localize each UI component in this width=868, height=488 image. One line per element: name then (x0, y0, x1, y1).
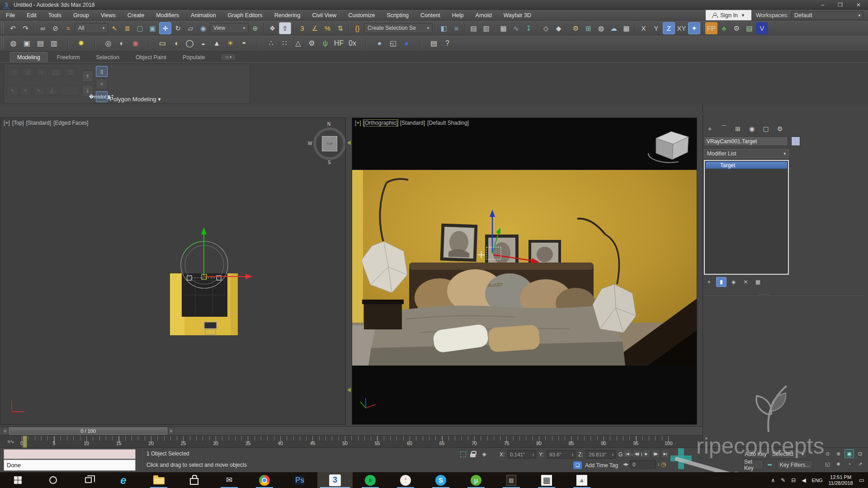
bind-to-space-warp-button[interactable]: ≈ ▼ (62, 22, 74, 34)
file-explorer-icon[interactable] (141, 472, 176, 488)
pan-view-button[interactable]: ❖ (834, 460, 843, 469)
preview-subobject-button[interactable]: ↖ (20, 86, 32, 96)
tray-volume-icon[interactable]: ◀ (802, 477, 806, 483)
panel-divider[interactable] (705, 295, 866, 295)
separator[interactable]: ▼ (414, 37, 427, 50)
select-and-rotate-button[interactable]: ↻ ▼ (172, 22, 184, 34)
calculator-app-icon[interactable]: ▦ (529, 472, 564, 488)
material-editor-button[interactable]: ▣ ▼ (20, 37, 33, 50)
viewport-label[interactable]: [Standard] (400, 120, 425, 126)
render-production-button[interactable]: ◍ ▼ (595, 22, 607, 34)
tray-expand-icon[interactable]: ∧ (771, 477, 775, 483)
viewport-label[interactable]: [Standard] (26, 120, 51, 126)
3ds-max-icon[interactable]: 3 (317, 472, 353, 488)
viewport-label[interactable]: [+] (4, 120, 10, 126)
mini-curve-editor-button[interactable]: ≡∿ (4, 437, 18, 446)
zoom-extents-button[interactable]: ▣ (844, 449, 854, 458)
previous-frame-button[interactable]: ◀▮ (632, 449, 641, 458)
transform-toolbox-button[interactable]: ◆ ▼ (552, 22, 565, 34)
select-and-manipulate-button[interactable]: ❖ ▼ (266, 22, 278, 34)
pyramid-helper-button[interactable]: △ ▼ (292, 37, 305, 50)
window-crossing-toggle[interactable]: ▣ ▼ (146, 22, 159, 34)
maximize-button[interactable]: ❒ (838, 2, 843, 8)
mail-icon[interactable]: ✉ (212, 472, 247, 488)
working-pivot-button[interactable]: ◇ ▼ (540, 22, 552, 34)
minimize-button[interactable]: – (821, 2, 824, 8)
current-frame-field[interactable]: 0 (630, 460, 656, 469)
render-teapot-button[interactable]: ◍ ▼ (7, 37, 20, 50)
viewport-splitter[interactable] (346, 117, 352, 425)
cone-primitive-button[interactable]: ▲ ▼ (210, 37, 223, 50)
vray-plane-button[interactable]: ● ▼ (400, 37, 413, 50)
menu-item[interactable]: Rendering (269, 10, 307, 20)
sphere-primitive-button[interactable]: ◯ ▼ (183, 37, 196, 50)
previous-frame-arrow[interactable]: < (2, 427, 8, 435)
viewport-label[interactable]: [Orthographic] (363, 120, 398, 126)
compass-north[interactable]: N (327, 122, 330, 127)
make-unique-button[interactable]: ◈ (728, 277, 739, 287)
plugin-tools-button[interactable]: ⚙ ▼ (731, 22, 743, 34)
collapse-up-button[interactable]: ⇑ (82, 70, 93, 82)
layer-explorer-button[interactable]: ▥ ▼ (480, 22, 492, 34)
create-light-button[interactable]: ✹ ▼ (75, 37, 88, 50)
next-frame-arrow[interactable]: > (168, 427, 174, 435)
menu-item[interactable]: Views (95, 10, 122, 20)
snaps-toggle-button[interactable]: 3 ▼ (296, 22, 308, 34)
toolbar-grip[interactable] (1, 23, 4, 33)
edit-named-selection-sets-button[interactable]: {} ▼ (351, 22, 363, 34)
store-icon[interactable] (176, 472, 212, 488)
orthographic-viewport[interactable]: [+][Orthographic][Standard][Default Shad… (352, 117, 697, 425)
feather-app-icon[interactable]: ❛ (388, 472, 423, 488)
selection-filter-dropdown[interactable]: All ▼ (75, 23, 108, 33)
zoom-region-button[interactable]: ◱ (823, 460, 832, 469)
separator[interactable]: ▼ (633, 22, 637, 34)
modifier-stack-entry[interactable]: Target (705, 161, 788, 169)
viewport-label[interactable]: [+] (355, 120, 361, 126)
toolbar-grip[interactable] (1, 37, 4, 49)
create-tab-icon[interactable]: + (704, 123, 716, 134)
separator[interactable]: ▼ (535, 22, 539, 34)
plane-primitive-button[interactable]: ▭ ▼ (156, 37, 169, 50)
ribbon-toggle-button[interactable]: ▦ ▼ (497, 22, 509, 34)
menu-item[interactable]: File (0, 10, 21, 20)
action-center-icon[interactable]: ▭ (859, 477, 864, 483)
noise-button[interactable]: 0x ▼ (346, 37, 359, 50)
clock[interactable]: 12:51 PM 11/28/2018 (828, 474, 853, 486)
track-bar[interactable]: ≡∿ 0510152025303540455055606570758085909… (0, 435, 703, 447)
rectangular-selection-region-button[interactable]: ▢ ▼ (134, 22, 146, 34)
motion-tab-icon[interactable]: ◉ (746, 123, 758, 134)
blob-primitive-button[interactable]: ◖ ▼ (170, 37, 183, 50)
redo-button[interactable]: ↷ ▼ (19, 22, 32, 34)
physics-button[interactable]: ∷ ▼ (278, 37, 291, 50)
viewport-label[interactable]: [Default Shading] (427, 120, 469, 126)
photos-app-icon[interactable]: ▲ (564, 472, 599, 488)
separator[interactable]: ▼ (251, 37, 264, 50)
select-and-link-button[interactable]: ∞ ▼ (37, 22, 49, 34)
separator[interactable]: ▼ (433, 22, 437, 34)
restrict-x-button[interactable]: X ▼ (637, 22, 650, 34)
render-in-cloud-button[interactable]: ☁ ▼ (608, 22, 620, 34)
vray-dome-button[interactable]: ◱ ▼ (387, 37, 400, 50)
menu-item[interactable]: Edit (21, 10, 42, 20)
set-key-button[interactable]: Set Key (744, 460, 764, 469)
ribbon-tab[interactable]: Modeling (10, 52, 47, 62)
viewcube-top[interactable]: TOP (322, 136, 337, 151)
go-to-end-button[interactable]: ▶| (661, 449, 670, 458)
preview-off-button[interactable]: ↖ (7, 86, 19, 96)
auto-key-button[interactable]: Auto Key (744, 449, 768, 459)
ribbon-collapse-button[interactable]: ▭ ▾ (221, 53, 236, 61)
z-coordinate-field[interactable]: 26.813"▲▼ (586, 450, 616, 459)
restrict-z-button[interactable]: Z ▼ (663, 22, 675, 34)
maximize-viewport-button[interactable]: ↗ (855, 460, 865, 469)
menu-item[interactable]: Graph Editors (222, 10, 269, 20)
maxscript-mini-listener[interactable]: Done (4, 460, 136, 471)
separator[interactable]: ▼ (701, 22, 705, 34)
separator[interactable]: ▼ (262, 22, 266, 34)
sunlight-button[interactable]: ☀ ▼ (224, 37, 237, 50)
tray-display-icon[interactable]: ⊟ (791, 477, 796, 483)
edge-mode-button[interactable]: ◁ (22, 68, 34, 77)
utorrent-icon[interactable]: µ (458, 472, 494, 488)
spotify-icon[interactable]: ≡ (353, 472, 388, 488)
ribbon-group-label[interactable]: Polygon Modeling ▾ (49, 96, 221, 103)
play-animation-button[interactable]: ▶ (642, 449, 651, 458)
